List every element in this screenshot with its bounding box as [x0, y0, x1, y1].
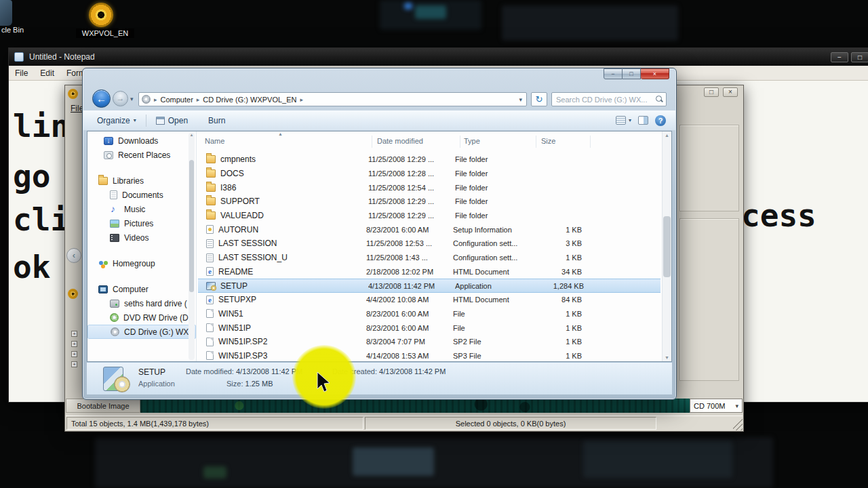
- column-separator[interactable]: [372, 136, 372, 148]
- column-header-type[interactable]: Type: [464, 137, 480, 145]
- sidebar-item[interactable]: CD Drive (G:) WX: [87, 325, 196, 339]
- column-header-date[interactable]: Date modified: [377, 137, 423, 145]
- sidebar-item[interactable]: Libraries: [87, 174, 196, 188]
- sidebar-item[interactable]: Videos: [87, 230, 196, 245]
- column-separator[interactable]: [590, 136, 591, 148]
- table-row[interactable]: WIN51IP.SP3 4/14/2008 1:53 AM SP3 File 1…: [198, 349, 660, 361]
- recent-pages-chevron-icon[interactable]: ▾: [130, 96, 134, 102]
- minimize-icon[interactable]: −: [831, 52, 848, 62]
- table-row[interactable]: I386 11/25/2008 12:54 ... File folder: [198, 180, 660, 195]
- file-date-modified: 11/25/2008 1:43 ...: [366, 253, 453, 262]
- column-separator[interactable]: [536, 136, 536, 148]
- sidebar-item[interactable]: Pictures: [87, 216, 196, 230]
- scroll-down-icon[interactable]: ▼: [663, 355, 671, 360]
- table-row[interactable]: LAST SESSION_U 11/25/2008 1:43 ... Confi…: [198, 251, 660, 265]
- change-view-icon[interactable]: [616, 116, 626, 125]
- file-type: Configuration sett...: [453, 239, 533, 247]
- maximize-icon[interactable]: □: [623, 68, 641, 79]
- table-row[interactable]: SETUP 4/13/2008 11:42 PM Application 1,2…: [198, 279, 660, 293]
- close-icon[interactable]: ×: [723, 87, 738, 97]
- file-name: I386: [220, 183, 368, 192]
- sidebar-item[interactable]: Recent Places: [87, 148, 196, 162]
- views-chevron-icon[interactable]: ▾: [629, 117, 631, 123]
- recycle-bin-icon[interactable]: [0, 0, 12, 26]
- table-row[interactable]: AUTORUN 8/23/2001 6:00 AM Setup Informat…: [198, 222, 660, 237]
- sidebar-item[interactable]: Music: [87, 202, 196, 216]
- sidebar-item[interactable]: Downloads: [87, 134, 196, 148]
- cd-icon: [111, 327, 119, 336]
- maximize-icon[interactable]: □: [704, 87, 719, 97]
- search-input[interactable]: [555, 95, 656, 104]
- back-button[interactable]: ←: [92, 89, 111, 108]
- table-row[interactable]: SUPPORT 11/25/2008 12:29 ... File folder: [198, 195, 660, 209]
- list-scroll-thumb[interactable]: [663, 216, 671, 277]
- sidebar-item[interactable]: Computer: [87, 282, 196, 296]
- preview-pane-icon[interactable]: [638, 116, 648, 125]
- open-button[interactable]: Open: [151, 114, 193, 127]
- tree-expand-icon[interactable]: +: [71, 351, 77, 357]
- bootable-image-button[interactable]: Bootable Image: [66, 399, 140, 413]
- tree-expand-icon[interactable]: +: [71, 331, 77, 337]
- file-date-modified: 4/4/2002 10:08 AM: [366, 296, 453, 304]
- sidebar-item[interactable]: DVD RW Drive (D: [87, 310, 196, 325]
- table-row[interactable]: WIN51IP.SP2 8/3/2004 7:07 PM SP2 File 1 …: [198, 335, 660, 349]
- media-size-dropdown[interactable]: CD 700M ▾: [690, 399, 743, 413]
- scroll-up-icon[interactable]: ▲: [189, 133, 195, 137]
- table-row[interactable]: LAST SESSION 11/25/2008 12:53 ... Config…: [198, 237, 660, 251]
- recent-icon: [104, 151, 113, 159]
- file-type: SP3 File: [453, 352, 533, 360]
- table-row[interactable]: SETUPXP 4/4/2002 10:08 AM HTML Document …: [198, 293, 660, 307]
- breadcrumb-computer[interactable]: Computer: [161, 96, 193, 104]
- column-header-name[interactable]: Name: [205, 137, 224, 145]
- table-row[interactable]: README 2/18/2008 12:02 PM HTML Document …: [198, 265, 660, 279]
- gold-disc-icon: [89, 3, 113, 27]
- caption-buttons: − □ ×: [604, 68, 669, 79]
- recycle-bin-label[interactable]: cle Bin: [1, 26, 24, 34]
- breadcrumb[interactable]: ▸ Computer ▸ CD Drive (G:) WXPVOL_EN ▸ ▾: [138, 92, 527, 106]
- menu-file[interactable]: File: [9, 68, 34, 78]
- html-icon: [206, 296, 214, 304]
- help-icon[interactable]: ?: [655, 115, 666, 126]
- minimize-icon[interactable]: −: [604, 68, 623, 79]
- table-row[interactable]: VALUEADD 11/25/2008 12:29 ... File folde…: [198, 209, 660, 223]
- organize-button[interactable]: Organize ▾: [92, 114, 142, 127]
- refresh-button[interactable]: ↻: [531, 92, 547, 106]
- music-icon: [110, 205, 119, 214]
- back-icon[interactable]: ‹: [66, 248, 81, 263]
- column-header-size[interactable]: Size: [541, 137, 555, 145]
- table-row[interactable]: cmpnents 11/25/2008 12:29 ... File folde…: [198, 152, 660, 167]
- sidebar-scrollbar[interactable]: ▲: [189, 133, 195, 360]
- sidebar-scroll-thumb[interactable]: [189, 160, 194, 292]
- breadcrumb-cd-drive[interactable]: CD Drive (G:) WXPVOL_EN: [203, 96, 296, 104]
- tree-expand-icon[interactable]: +: [71, 341, 77, 347]
- table-row[interactable]: WIN51 8/23/2001 6:00 AM File 1 KB: [198, 307, 660, 321]
- column-separator[interactable]: [460, 136, 460, 148]
- notepad-titlebar[interactable]: Untitled - Notepad − □: [9, 48, 868, 66]
- file-date-modified: 8/3/2004 7:07 PM: [366, 338, 453, 346]
- file-type: HTML Document: [453, 296, 533, 304]
- address-dropdown-icon[interactable]: ▾: [519, 96, 524, 103]
- size-value: 1.25 MB: [245, 380, 273, 388]
- cd-desktop-label[interactable]: WXPVOL_EN: [76, 28, 134, 38]
- folder-icon: [206, 169, 216, 178]
- sidebar-item[interactable]: Documents: [87, 188, 196, 202]
- sidebar-item[interactable]: Homegroup: [87, 256, 196, 270]
- forward-button[interactable]: →: [113, 91, 128, 106]
- file-name: WIN51: [218, 309, 366, 319]
- list-scrollbar[interactable]: ▲ ▼: [662, 131, 671, 361]
- maximize-icon[interactable]: □: [851, 52, 868, 62]
- file-type: Configuration sett...: [453, 253, 533, 262]
- burn-button[interactable]: Burn: [203, 114, 231, 127]
- resize-grip[interactable]: [733, 416, 743, 430]
- open-label: Open: [168, 116, 188, 125]
- close-icon[interactable]: ×: [641, 68, 669, 79]
- tree-expand-icon[interactable]: +: [71, 361, 77, 367]
- table-row[interactable]: DOCS 11/25/2008 12:28 ... File folder: [198, 167, 660, 181]
- scroll-up-icon[interactable]: ▲: [663, 133, 671, 138]
- cd-desktop-icon[interactable]: [89, 3, 113, 27]
- sidebar-item[interactable]: seths hard drive (: [87, 296, 196, 310]
- status-total: Total 15 objects, 1.4 MB(1,439,178 bytes…: [66, 417, 363, 430]
- table-row[interactable]: WIN51IP 8/23/2001 6:00 AM File 1 KB: [198, 321, 660, 335]
- notepad-icon: [14, 52, 24, 62]
- menu-edit[interactable]: Edit: [34, 68, 60, 78]
